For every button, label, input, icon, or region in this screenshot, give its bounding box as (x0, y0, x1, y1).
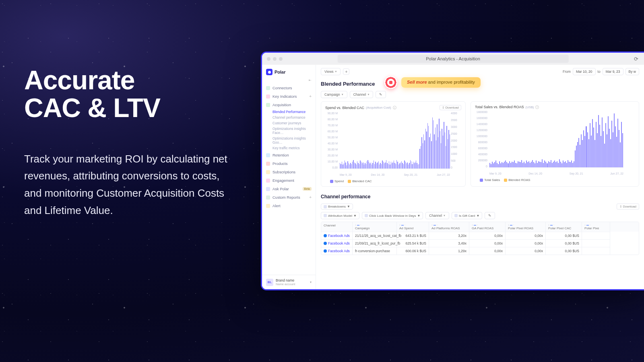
date-from[interactable]: Mar 10, 20 (573, 68, 596, 75)
campaign-filter[interactable]: Campaign▼ (321, 91, 347, 98)
ask-icon (266, 187, 270, 191)
chart-legend: Total Sales Blended ROAS (475, 175, 635, 182)
account-brand: Brand name (276, 278, 295, 282)
chart-legend: Spend Blended CAC (325, 176, 461, 183)
brand[interactable]: Polar (262, 65, 316, 78)
add-view-button[interactable]: + (343, 68, 349, 75)
col-header[interactable]: ↕▬◦GA Paid ROAS (469, 222, 506, 232)
account-switcher[interactable]: BL Brand nameName account ▾ (262, 275, 316, 289)
channel-filter[interactable]: Channel ▼ (425, 212, 449, 219)
granularity-dropdown[interactable]: By w (625, 68, 639, 75)
nav-alert[interactable]: Alert (262, 202, 316, 210)
x-axis: Mar 9, 20Dec 14, 20Sep 20, 21Jun 27, 22 (489, 172, 623, 175)
subnav-opt-facebook[interactable]: Optimizations insights Face… (262, 126, 316, 136)
y-axis-left: 90,00 M80,00 M70,00 M60,00 M50,00 M40,00… (325, 112, 339, 169)
account-name: Name account (276, 282, 295, 286)
date-to[interactable]: Mar 9, 23 (603, 68, 623, 75)
target-icon (384, 76, 397, 89)
chart-spend-vs-cac: Spend vs. Blended CAC (Acquisition Cost)… (321, 101, 466, 187)
table-row[interactable]: Facebook Ads21/11/25_acq_us_lcost_cat_fb… (321, 232, 639, 239)
to-label: to (598, 70, 601, 74)
chevron-down-icon: ▾ (310, 280, 312, 284)
chart-icon (266, 103, 270, 107)
section2-title: Channel performance (321, 194, 639, 200)
heart-icon (266, 95, 270, 99)
hero-body: Track your marketing ROI by calculating … (24, 150, 237, 220)
filter-bar: Campaign▼ Channel▼ ✎ (316, 91, 644, 101)
facebook-icon (324, 249, 327, 253)
col-header[interactable]: ↕▬◦Polar Pixel ROAS (506, 222, 546, 232)
chart-subtitle: (US$) (526, 105, 534, 109)
add-icon[interactable]: + (309, 195, 312, 200)
gift-icon (454, 214, 458, 217)
info-icon[interactable]: i (393, 106, 396, 109)
sidebar: Polar ⇤ Connectors Key Indicators+ Acqui… (262, 65, 316, 289)
subnav-key-traffic[interactable]: Key traffic metrics (262, 145, 316, 151)
col-header[interactable]: ↕▬◦Campaign (353, 222, 397, 232)
main-content: Views▼ + From Mar 10, 20 to Mar 9, 23 By… (316, 65, 644, 289)
info-icon[interactable]: i (535, 105, 539, 109)
col-header[interactable]: Channel (321, 222, 353, 232)
retention-icon (266, 153, 270, 157)
beta-badge: Beta (303, 187, 312, 191)
edit-filters-button[interactable]: ✎ (485, 212, 495, 219)
nav-acquisition[interactable]: Acquisition (262, 101, 316, 109)
traffic-lights[interactable] (267, 57, 283, 61)
channel-table: Channel↕▬◦Campaign↕▬◦Ad Spend↕▬◦Ad Platf… (321, 222, 639, 255)
channel-filter[interactable]: Channel▼ (350, 91, 374, 98)
subnav-blended-performance[interactable]: Blended Performance (262, 109, 316, 115)
callout-text: Sell more and improve profitability (401, 77, 481, 88)
download-button[interactable]: ⇩ Download (617, 204, 639, 210)
col-header[interactable]: ↕▬◦Ad Spend (397, 222, 429, 232)
x-axis: Mar 9, 20Dec 14, 20Sep 20, 21Jun 27, 22 (340, 173, 450, 176)
table-row[interactable]: Facebook Ads21/09/21_acq_fr_lcost_pur_fb… (321, 239, 639, 247)
app-window: Polar Analytics - Acquisition ⟳ Polar ⇤ … (261, 51, 644, 290)
chart-sales-vs-roas: Total Sales vs. Blended ROAS (US$) i 180… (471, 101, 639, 187)
subnav-channel-performance[interactable]: Channel performance (262, 115, 316, 120)
collapse-sidebar-icon[interactable]: ⇤ (309, 78, 316, 82)
hero-text: AccurateCAC & LTV Track your marketing R… (24, 66, 237, 219)
attribution-model-dropdown[interactable]: Attribution Model ▼ (321, 212, 359, 219)
legend-roas: Blended ROAS (504, 178, 530, 182)
nav-subscriptions[interactable]: Subscriptions (262, 168, 316, 176)
reload-icon[interactable]: ⟳ (634, 56, 638, 62)
nav-engagement[interactable]: Engagement (262, 176, 316, 185)
table-row[interactable]: Facebook Adsfr-conversion-purchase600.06… (321, 247, 639, 255)
section-title: Blended Performance (321, 81, 375, 87)
legend-spend: Spend (330, 179, 344, 183)
chart-title-text: Spend vs. Blended CAC (325, 106, 364, 110)
col-header[interactable]: ↕▬◦Polar Pixe (582, 222, 610, 232)
facebook-icon (324, 242, 327, 245)
nav-retention[interactable]: Retention (262, 151, 316, 159)
section-header: Blended Performance Sell more and improv… (316, 78, 644, 91)
nav-ask-polar[interactable]: Ask PolarBeta (262, 185, 316, 193)
window-title: Polar Analytics - Acquisition (337, 55, 569, 63)
views-dropdown[interactable]: Views▼ (321, 68, 341, 75)
table-header: Channel↕▬◦Campaign↕▬◦Ad Spend↕▬◦Ad Platf… (321, 222, 639, 232)
subnav-opt-google[interactable]: Optimizations insights Goo… (262, 136, 316, 145)
channel-performance-section: Channel performance Breakdowns ▼ ⇩ Downl… (316, 187, 644, 255)
model-icon (324, 214, 327, 217)
add-icon[interactable]: + (309, 94, 312, 99)
star-icon (266, 170, 270, 174)
nav-key-indicators[interactable]: Key Indicators+ (262, 92, 316, 101)
col-header[interactable]: ↕▬◦Ad Platforms ROAS (429, 222, 469, 232)
lookback-dropdown[interactable]: Click Look Back Window in Days ▼ (362, 212, 423, 219)
clock-icon (365, 214, 368, 217)
spark-icon (266, 179, 270, 183)
chart-title-text: Total Sales vs. Blended ROAS (475, 105, 524, 109)
nav-products[interactable]: Products (262, 159, 316, 168)
breakdowns-dropdown[interactable]: Breakdowns ▼ (321, 204, 353, 210)
edit-filters-button[interactable]: ✎ (376, 91, 386, 98)
avatar: BL (266, 279, 273, 286)
report-icon (266, 195, 270, 200)
nav-custom-reports[interactable]: Custom Reports+ (262, 193, 316, 202)
brand-logo-icon (266, 69, 272, 75)
col-header[interactable]: ↕▬◦Polar Pixel CAC (546, 222, 582, 232)
nav-connectors[interactable]: Connectors (262, 84, 316, 92)
y-axis-right: 40003500300025002000150010005000 (451, 112, 461, 169)
subnav-customer-journeys[interactable]: Customer journeys (262, 120, 316, 126)
legend-sales: Total Sales (480, 178, 500, 182)
giftcard-filter[interactable]: Is Gift Card ▼ (452, 212, 482, 219)
download-button[interactable]: ⇩ Download (440, 105, 461, 110)
